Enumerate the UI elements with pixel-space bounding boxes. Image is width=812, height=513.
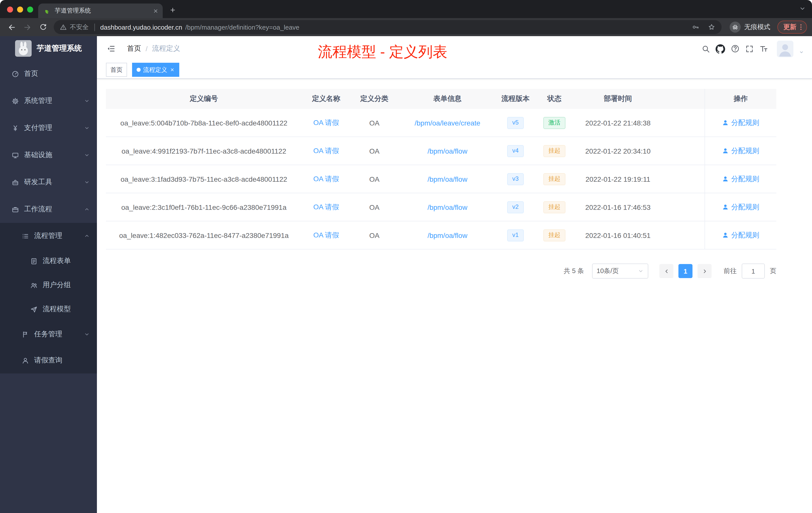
- more-vert-icon[interactable]: [797, 23, 805, 31]
- definition-name-link[interactable]: OA 请假: [302, 146, 350, 155]
- user-avatar[interactable]: [777, 40, 793, 57]
- definition-category-cell: OA: [350, 203, 398, 211]
- new-tab-button[interactable]: [166, 3, 180, 17]
- sidebar-item-system[interactable]: 系统管理: [0, 87, 97, 115]
- assign-rule-button[interactable]: 分配规则: [705, 231, 776, 240]
- tag-close-icon[interactable]: [170, 67, 175, 72]
- assign-rule-label: 分配规则: [731, 118, 759, 127]
- zoom-window-button[interactable]: [27, 6, 33, 12]
- page-size-select[interactable]: 10条/页: [592, 264, 648, 279]
- sidebar-item-label: 基础设施: [24, 151, 79, 160]
- sidebar-item-process-form[interactable]: 流程表单: [0, 249, 97, 273]
- tag-process-definition[interactable]: 流程定义: [132, 63, 179, 77]
- version-tag: v4: [507, 145, 523, 157]
- close-window-button[interactable]: [7, 6, 13, 12]
- current-page-button[interactable]: 1: [678, 264, 693, 278]
- form-info-link[interactable]: /bpm/oa/leave/create: [398, 119, 497, 127]
- action-cell: 分配规则: [705, 175, 776, 183]
- sidebar-item-dev-tools[interactable]: 研发工具: [0, 169, 97, 196]
- definition-name-link[interactable]: OA 请假: [302, 231, 350, 240]
- sidebar-fold-button[interactable]: [102, 40, 120, 58]
- tag-label: 流程定义: [143, 65, 167, 74]
- sidebar-item-workflow[interactable]: 工作流程: [0, 196, 97, 223]
- monitor-icon: [11, 151, 19, 159]
- breadcrumb-current: 流程定义: [152, 44, 180, 53]
- sidebar-item-label: 流程模型: [43, 305, 90, 314]
- chevron-right-icon: [701, 268, 708, 274]
- fullscreen-icon[interactable]: [745, 44, 754, 53]
- chevron-down-icon: [638, 268, 644, 274]
- sidebar-item-task-management[interactable]: 任务管理: [0, 321, 97, 348]
- deploy-time-cell: 2022-01-22 21:48:38: [575, 119, 661, 127]
- tag-home[interactable]: 首页: [106, 63, 127, 77]
- search-icon[interactable]: [701, 44, 710, 53]
- fontsize-icon[interactable]: [759, 44, 768, 53]
- column-header: 定义分类: [350, 94, 398, 103]
- assign-rule-button[interactable]: 分配规则: [705, 203, 776, 212]
- version-tag: v2: [507, 201, 523, 213]
- gear-icon: [11, 97, 19, 105]
- toolbox-icon: [11, 178, 19, 186]
- url-bar[interactable]: 不安全 dashboard.yudao.iocoder.cn /bpm/mana…: [54, 20, 722, 34]
- forward-button[interactable]: [21, 20, 34, 34]
- definition-id-cell: oa_leave:4:991f2193-7b7f-11ec-a3c8-acde4…: [106, 147, 302, 155]
- github-icon[interactable]: [716, 44, 725, 54]
- chevron-down-icon: [84, 152, 90, 158]
- sidebar-item-payment[interactable]: 支付管理: [0, 115, 97, 142]
- tab-strip: 芋道管理系统: [0, 0, 812, 18]
- sidebar-item-label: 流程表单: [43, 256, 90, 266]
- pagination-total: 共 5 条: [564, 267, 584, 276]
- user-fill-icon: [722, 148, 729, 154]
- sidebar-item-infrastructure[interactable]: 基础设施: [0, 142, 97, 169]
- avatar-caret-icon[interactable]: [799, 50, 804, 55]
- tab-search-button[interactable]: [799, 5, 806, 12]
- sidebar-logo[interactable]: 芋道管理系统: [0, 36, 97, 60]
- assign-rule-button[interactable]: 分配规则: [705, 175, 776, 183]
- form-info-link[interactable]: /bpm/oa/flow: [398, 147, 497, 155]
- minimize-window-button[interactable]: [17, 6, 23, 12]
- column-header: 部署时间: [575, 94, 661, 103]
- prev-page-button[interactable]: [659, 264, 673, 278]
- goto-page-input[interactable]: [742, 264, 765, 279]
- refresh-button[interactable]: [36, 20, 50, 34]
- action-cell: 分配规则: [705, 118, 776, 127]
- avatar-image: [777, 40, 793, 57]
- navbar-actions: [701, 40, 804, 57]
- version-tag: v5: [507, 117, 523, 129]
- key-icon[interactable]: [692, 23, 699, 31]
- column-header: 流程版本: [497, 94, 534, 103]
- sidebar-item-user-group[interactable]: 用户分组: [0, 273, 97, 297]
- status-badge: 激活: [543, 117, 566, 129]
- deploy-time-cell: 2022-01-16 17:46:53: [575, 203, 661, 211]
- sidebar-item-process-management[interactable]: 流程管理: [0, 223, 97, 249]
- omnibox-divider: [94, 23, 95, 31]
- form-info-link[interactable]: /bpm/oa/flow: [398, 175, 497, 183]
- tags-view: 首页 流程定义: [97, 61, 812, 79]
- form-info-link[interactable]: /bpm/oa/flow: [398, 231, 497, 239]
- sidebar-item-leave-query[interactable]: 请假查询: [0, 348, 97, 373]
- sidebar-item-process-model[interactable]: 流程模型: [0, 297, 97, 321]
- sidebar-item-label: 研发工具: [24, 178, 79, 187]
- chevron-down-icon: [84, 98, 90, 104]
- bookmark-star-icon[interactable]: [707, 23, 716, 31]
- form-info-link[interactable]: /bpm/oa/flow: [398, 203, 497, 211]
- plus-icon: [169, 6, 176, 13]
- back-button[interactable]: [5, 20, 19, 34]
- update-chip[interactable]: 更新: [777, 21, 807, 34]
- tab-close-icon[interactable]: [153, 8, 159, 14]
- next-page-button[interactable]: [697, 264, 712, 278]
- breadcrumb-home[interactable]: 首页: [127, 44, 141, 53]
- sidebar-item-label: 工作流程: [24, 205, 79, 214]
- definition-name-link[interactable]: OA 请假: [302, 175, 350, 183]
- column-header: 状态: [534, 94, 575, 103]
- browser-tab[interactable]: 芋道管理系统: [38, 3, 163, 18]
- security-label[interactable]: 不安全: [70, 23, 89, 31]
- question-icon[interactable]: [731, 44, 740, 53]
- assign-rule-button[interactable]: 分配规则: [705, 146, 776, 155]
- definition-name-link[interactable]: OA 请假: [302, 203, 350, 212]
- chevron-down-icon: [84, 125, 90, 131]
- assign-rule-button[interactable]: 分配规则: [705, 118, 776, 127]
- sidebar-item-home[interactable]: 首页: [0, 60, 97, 87]
- chevron-down-icon: [84, 179, 90, 185]
- definition-name-link[interactable]: OA 请假: [302, 118, 350, 127]
